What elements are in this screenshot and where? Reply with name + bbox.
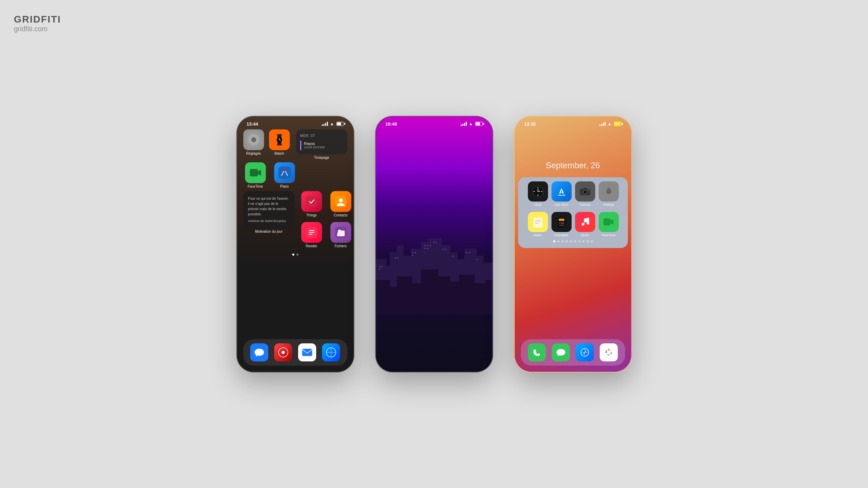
status-bar-1: 13:44 ▲ <box>237 117 354 129</box>
p3-app-facetime[interactable]: FaceTime <box>599 212 619 237</box>
p3-app-clock[interactable]: Clock <box>528 181 548 206</box>
svg-rect-12 <box>250 169 258 176</box>
status-icons-3: ▲ <box>599 121 622 126</box>
dock-messages[interactable] <box>250 343 268 361</box>
motivation-label: Motivation du jour <box>243 230 295 233</box>
p3-notes-icon <box>528 212 548 232</box>
svg-marker-13 <box>258 170 261 176</box>
p3-dot-3 <box>562 240 564 242</box>
dot-1 <box>292 254 294 256</box>
quote-text: Pour ce qui est de l'avenir, il ne s'agi… <box>248 196 290 217</box>
app-facetime[interactable]: FaceTime <box>243 162 268 188</box>
p3-dock-messages[interactable] <box>552 343 570 361</box>
svg-rect-71 <box>443 249 444 250</box>
signal-icon-1 <box>322 122 328 126</box>
svg-rect-59 <box>395 257 396 258</box>
svg-rect-22 <box>309 234 312 234</box>
battery-icon-3 <box>614 122 622 126</box>
svg-rect-63 <box>412 255 413 256</box>
p3-dock-phone[interactable] <box>528 343 546 361</box>
brand-title: GRIDFITI <box>14 14 61 25</box>
plans-icon <box>274 162 295 183</box>
svg-point-146 <box>559 224 561 226</box>
time-1: 13:44 <box>247 121 258 127</box>
quote-widget: Pour ce qui est de l'avenir, il ne s'agi… <box>243 191 295 229</box>
svg-rect-21 <box>309 232 314 233</box>
svg-rect-60 <box>397 257 398 258</box>
app-watch[interactable]: Watch <box>269 129 290 160</box>
svg-rect-4 <box>248 139 250 140</box>
p3-app-camera[interactable]: Camera <box>575 181 595 206</box>
svg-point-15 <box>284 169 285 171</box>
svg-rect-76 <box>477 259 478 260</box>
svg-point-25 <box>282 351 285 354</box>
svg-rect-51 <box>437 276 450 315</box>
dock-safari[interactable] <box>322 343 340 361</box>
svg-rect-26 <box>302 349 312 356</box>
p3-clock-icon <box>528 181 548 202</box>
app-plans[interactable]: Plans <box>272 162 297 188</box>
p3-appstore-label: App Store <box>554 203 568 206</box>
svg-rect-75 <box>469 252 470 253</box>
svg-rect-64 <box>424 245 425 246</box>
settings-label: Réglages <box>246 152 261 155</box>
app-fichiers[interactable]: Fichiers <box>329 222 353 248</box>
phone1-content: Réglages Watch <box>237 129 354 256</box>
watch-icon <box>269 129 290 150</box>
p3-app-notes[interactable]: Notes <box>528 212 548 237</box>
dock-music[interactable] <box>274 343 292 361</box>
reeder-icon <box>301 222 322 243</box>
svg-rect-48 <box>397 276 412 315</box>
brand: GRIDFITI gridfiti.com <box>14 14 61 33</box>
watch-label: Watch <box>275 152 284 155</box>
svg-rect-3 <box>253 144 254 145</box>
p3-settings-label: Settings <box>603 203 614 206</box>
cal-event-bar <box>300 140 301 150</box>
app-things[interactable]: Things <box>300 191 324 217</box>
signal-icon-3 <box>599 122 606 126</box>
phone-2: 19:48 ▲ <box>375 116 493 373</box>
svg-rect-73 <box>452 256 453 257</box>
p3-app-appstore[interactable]: A App Store <box>551 181 572 206</box>
dock-mail[interactable] <box>298 343 316 361</box>
dot-2 <box>296 254 298 256</box>
svg-rect-65 <box>427 245 428 246</box>
fichiers-icon <box>330 222 351 243</box>
svg-rect-54 <box>473 283 487 315</box>
status-icons-2: ▲ <box>461 121 483 126</box>
svg-rect-49 <box>411 283 423 315</box>
app-contacts[interactable]: Contacts <box>329 191 353 217</box>
svg-marker-31 <box>331 351 333 352</box>
p3-app-calculator[interactable]: Calculator <box>551 212 572 237</box>
svg-rect-74 <box>466 252 467 253</box>
svg-rect-2 <box>253 134 254 136</box>
app-reeder[interactable]: Reeder <box>300 222 324 248</box>
svg-rect-70 <box>436 242 437 243</box>
svg-point-134 <box>584 191 586 193</box>
status-icons-1: ▲ <box>322 121 344 126</box>
app-settings[interactable]: Réglages <box>243 129 264 160</box>
p3-dock-photos[interactable] <box>600 343 618 361</box>
signal-icon-2 <box>461 122 467 126</box>
page-dots-3 <box>521 240 625 242</box>
phone-3: 13:32 ▲ SATURDAY September, 26 <box>514 116 632 373</box>
p3-dot-5 <box>570 240 572 242</box>
battery-icon-2 <box>475 122 483 126</box>
p3-app-settings[interactable]: Settings <box>599 181 619 206</box>
svg-rect-8 <box>277 144 281 145</box>
svg-rect-142 <box>559 219 564 221</box>
svg-rect-46 <box>376 280 390 315</box>
timepage-label: Timepage <box>296 156 347 160</box>
time-3: 13:32 <box>524 121 536 127</box>
svg-rect-69 <box>433 242 434 243</box>
p3-app-music[interactable]: Music <box>575 212 595 237</box>
svg-point-145 <box>562 222 564 224</box>
things-label: Things <box>306 213 317 217</box>
svg-rect-53 <box>459 275 475 315</box>
svg-point-1 <box>251 137 256 142</box>
svg-rect-50 <box>421 269 438 315</box>
status-bar-3: 13:32 ▲ <box>515 117 631 129</box>
svg-rect-67 <box>424 248 425 249</box>
p3-dock-safari[interactable] <box>576 343 594 361</box>
p3-settings-icon <box>599 181 619 202</box>
